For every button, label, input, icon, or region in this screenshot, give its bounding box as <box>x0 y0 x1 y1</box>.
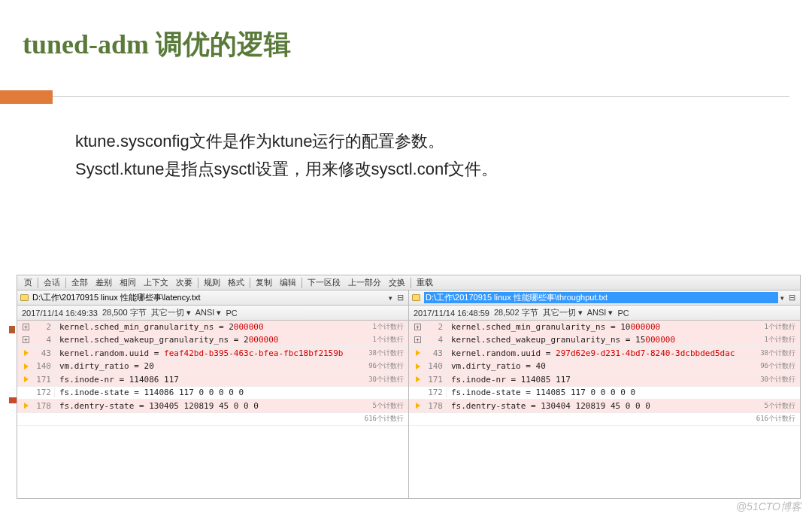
toolbar-item[interactable]: 上一部分 <box>344 277 385 288</box>
row-gutter <box>17 363 35 369</box>
row-text: kernel.random.uuid = feaf42bd-b395-463c-… <box>55 348 344 358</box>
watermark: @51CTO博客 <box>736 500 801 514</box>
diff-row[interactable]: 172fs.inode-state = 114086 117 0 0 0 0 0 <box>17 387 408 400</box>
row-gutter <box>409 376 427 382</box>
status-size: 28,502 字节 <box>494 307 538 318</box>
row-gutter <box>409 363 427 369</box>
line-number: 2 <box>427 322 447 332</box>
toolbar-item[interactable]: 交换 <box>385 277 409 288</box>
toolbar-item[interactable]: 格式 <box>224 277 248 288</box>
diff-row[interactable]: 171fs.inode-nr = 114086 11730个计数行 <box>17 373 408 387</box>
row-gutter: + <box>409 324 427 330</box>
left-rail <box>9 275 17 499</box>
diff-row[interactable]: +2kernel.sched_min_granularity_ns = 1000… <box>409 321 800 334</box>
toolbar-separator <box>411 278 411 288</box>
diff-row[interactable]: 616个计数行 <box>17 413 408 427</box>
status-enc[interactable]: ANSI ▾ <box>195 308 222 318</box>
status-other[interactable]: 其它一切 ▾ <box>151 307 191 318</box>
path-dropdown-icon[interactable]: ▾ <box>389 294 392 302</box>
title-english: tuned-adm <box>23 29 149 59</box>
diff-row[interactable]: 140vm.dirty_ratio = 2096个计数行 <box>17 360 408 374</box>
pane-path-bar[interactable]: D:\工作\20170915 linux 性能哪些事\latency.txt▾⊟ <box>17 290 408 306</box>
toolbar-item[interactable]: 全部 <box>68 277 92 288</box>
row-marker: 1个计数行 <box>765 335 795 345</box>
pane-close-icon[interactable]: ⊟ <box>789 293 795 303</box>
title-underline <box>53 96 789 97</box>
row-gutter: + <box>17 324 35 330</box>
path-dropdown-icon[interactable]: ▾ <box>780 294 784 302</box>
pane-path-bar[interactable]: D:\工作\20170915 linux 性能哪些事\throughput.tx… <box>409 290 800 306</box>
diff-row[interactable]: +4kernel.sched_wakeup_granularity_ns = 1… <box>409 334 800 348</box>
toolbar-item[interactable]: 次要 <box>172 277 196 288</box>
status-date: 2017/11/14 16:49:33 <box>22 309 98 318</box>
status-plat: PC <box>617 309 629 318</box>
diff-row[interactable]: 43kernel.random.uuid = 297d62e9-d231-4bd… <box>409 347 800 360</box>
file-path[interactable]: D:\工作\20170915 linux 性能哪些事\latency.txt <box>32 292 386 303</box>
expand-icon[interactable]: + <box>23 336 29 343</box>
toolbar-item[interactable]: 页 <box>20 277 36 288</box>
row-marker: 1个计数行 <box>765 322 795 332</box>
diff-highlight: feaf42bd-b395-463c-bfea-fbc18bf2159b <box>164 348 343 358</box>
pane-close-icon[interactable]: ⊟ <box>397 293 404 303</box>
line-number: 140 <box>427 361 447 371</box>
row-marker: 1个计数行 <box>373 322 404 332</box>
title-chinese: 调优的逻辑 <box>149 29 291 59</box>
status-enc[interactable]: ANSI ▾ <box>587 308 614 318</box>
diff-row[interactable]: 616个计数行 <box>409 413 800 427</box>
line-number: 2 <box>35 322 55 332</box>
file-path[interactable]: D:\工作\20170915 linux 性能哪些事\throughput.tx… <box>424 292 778 303</box>
app-toolbar: 页会话全部差别相同上下文次要规则格式复制编辑下一区段上一部分交换重载 <box>17 275 800 290</box>
toolbar-item[interactable]: 上下文 <box>140 277 172 288</box>
diff-highlight: 000000 <box>234 322 264 332</box>
row-gutter <box>409 350 427 356</box>
row-gutter: + <box>409 336 427 343</box>
line-number: 178 <box>427 401 447 411</box>
toolbar-item[interactable]: 相同 <box>116 277 140 288</box>
row-gutter: + <box>17 336 35 343</box>
diff-row[interactable]: 178fs.dentry-state = 130405 120819 45 0 … <box>17 400 408 413</box>
toolbar-separator <box>301 278 302 288</box>
row-text: kernel.sched_min_granularity_ns = 100000… <box>447 322 660 332</box>
toolbar-item[interactable]: 会话 <box>40 277 64 288</box>
diff-row[interactable]: 172fs.inode-state = 114085 117 0 0 0 0 0 <box>409 387 800 400</box>
diff-row[interactable]: +4kernel.sched_wakeup_granularity_ns = 2… <box>17 334 408 348</box>
diff-highlight: 000000 <box>645 335 675 345</box>
right-pane: D:\工作\20170915 linux 性能哪些事\throughput.tx… <box>409 290 800 498</box>
line-number: 171 <box>35 375 55 385</box>
line-number: 4 <box>427 335 447 345</box>
diff-row[interactable]: +2kernel.sched_min_granularity_ns = 2000… <box>17 321 408 334</box>
toolbar-item[interactable]: 差别 <box>92 277 116 288</box>
toolbar-item[interactable]: 规则 <box>200 277 224 288</box>
toolbar-item[interactable]: 下一区段 <box>304 277 344 288</box>
expand-icon[interactable]: + <box>414 336 421 343</box>
row-marker: 30个计数行 <box>760 375 795 385</box>
arrow-right-icon <box>416 403 420 409</box>
toolbar-separator <box>65 278 66 288</box>
row-marker: 38个计数行 <box>760 348 795 358</box>
expand-icon[interactable]: + <box>414 324 421 330</box>
arrow-right-icon <box>24 403 29 409</box>
row-marker: 30个计数行 <box>368 375 404 385</box>
diff-row[interactable]: 140vm.dirty_ratio = 4096个计数行 <box>409 360 800 374</box>
line-number: 171 <box>427 375 447 385</box>
folder-icon <box>412 294 420 301</box>
status-other[interactable]: 其它一切 ▾ <box>543 307 583 318</box>
diff-app-window: 页会话全部差别相同上下文次要规则格式复制编辑下一区段上一部分交换重载 D:\工作… <box>17 275 801 499</box>
row-gutter <box>17 403 35 409</box>
row-text: kernel.sched_wakeup_granularity_ns = 200… <box>55 335 278 345</box>
row-text: fs.dentry-state = 130404 120819 45 0 0 0 <box>447 401 650 411</box>
status-plat: PC <box>226 309 237 318</box>
toolbar-item[interactable]: 重载 <box>413 277 437 288</box>
row-marker: 96个计数行 <box>760 361 795 371</box>
row-marker: 38个计数行 <box>368 348 404 358</box>
diff-row[interactable]: 171fs.inode-nr = 114085 11730个计数行 <box>409 373 800 387</box>
toolbar-item[interactable]: 编辑 <box>276 277 300 288</box>
line-number: 4 <box>35 335 55 345</box>
row-marker: 5个计数行 <box>765 401 795 411</box>
diff-row[interactable]: 43kernel.random.uuid = feaf42bd-b395-463… <box>17 347 408 360</box>
toolbar-item[interactable]: 复制 <box>252 277 276 288</box>
diff-row[interactable]: 178fs.dentry-state = 130404 120819 45 0 … <box>409 400 800 413</box>
pane-status-bar: 2017/11/14 16:49:3328,500 字节其它一切 ▾ANSI ▾… <box>17 306 408 321</box>
row-marker: 96个计数行 <box>368 361 404 371</box>
expand-icon[interactable]: + <box>23 324 29 330</box>
